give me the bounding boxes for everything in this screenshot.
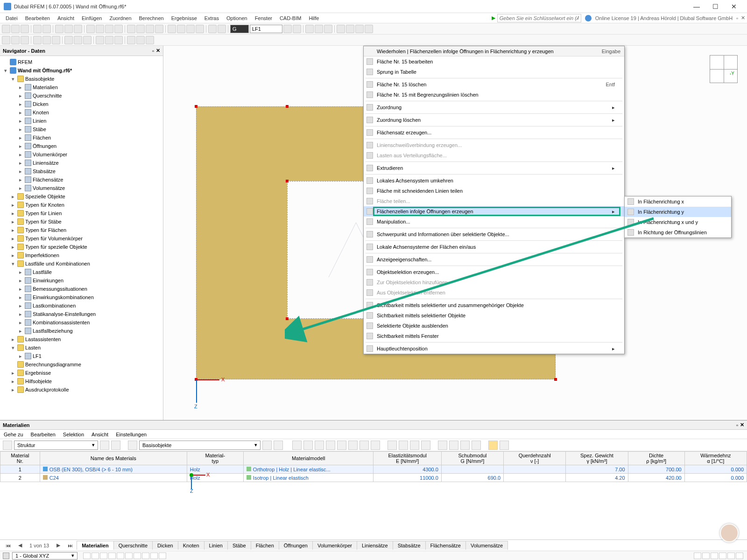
- ctx-sub-item[interactable]: In Richtung der Öffnungslinien: [625, 227, 731, 238]
- sb-r3-icon[interactable]: [711, 553, 718, 559]
- tool-s-icon[interactable]: [346, 25, 354, 33]
- sb-r2-icon[interactable]: [702, 553, 710, 559]
- bp-tab[interactable]: Stabsätze: [393, 541, 426, 550]
- bp-tab[interactable]: Volumenkörper: [312, 541, 357, 550]
- bp-t12-icon[interactable]: [421, 441, 430, 450]
- ctx-item[interactable]: Fläche Nr. 15 bearbeiten: [364, 56, 624, 67]
- tool2-h-icon[interactable]: [74, 36, 82, 44]
- tool2-g-icon[interactable]: [64, 36, 73, 44]
- support-avatar[interactable]: [720, 524, 739, 542]
- tool-print-icon[interactable]: [55, 25, 63, 33]
- bp-tab[interactable]: Flächen: [251, 541, 279, 550]
- ctx-item[interactable]: Schwerpunkt und Informationen über selek…: [364, 229, 624, 239]
- sb-r1-icon[interactable]: [694, 553, 701, 559]
- tree-node[interactable]: ▸Lastkombinationen: [1, 301, 162, 310]
- tool-undo-icon[interactable]: [33, 25, 42, 33]
- tool2-c-icon[interactable]: [21, 36, 29, 44]
- tree-node[interactable]: ▸Hilfsobjekte: [1, 377, 162, 385]
- tool-i-icon[interactable]: [168, 25, 176, 33]
- minimize-button[interactable]: —: [687, 1, 706, 12]
- ctx-item[interactable]: Selektierte Objekte ausblenden: [364, 321, 624, 331]
- ctx-submenu[interactable]: In Flächenrichtung xIn Flächenrichtung y…: [624, 196, 732, 238]
- tree-node[interactable]: ▸Ergebnisse: [1, 369, 162, 377]
- close-button[interactable]: ✕: [725, 1, 743, 12]
- context-menu[interactable]: Wiederholen | Flächenzellen infolge Öffn…: [363, 46, 625, 354]
- tool-new-icon[interactable]: [2, 25, 10, 33]
- bp-t9-icon[interactable]: [388, 441, 397, 450]
- sb-r4-icon[interactable]: [719, 553, 726, 559]
- bp-t10-icon[interactable]: [399, 441, 408, 450]
- ctx-sub-item[interactable]: In Flächenrichtung y: [625, 207, 731, 217]
- sb-t10-icon[interactable]: [159, 553, 166, 559]
- ctx-sub-item[interactable]: In Flächenrichtung x und y: [625, 217, 731, 227]
- node-handle[interactable]: [286, 105, 289, 108]
- bp-prev2-icon[interactable]: [262, 441, 272, 450]
- tree-node[interactable]: ▸Typen für Linien: [1, 209, 162, 217]
- tool-c-icon[interactable]: [105, 25, 113, 33]
- tree-node[interactable]: ▾Lasten: [1, 343, 162, 352]
- tool-j-icon[interactable]: [177, 25, 185, 33]
- tool2-i-icon[interactable]: [83, 36, 92, 44]
- ctx-item[interactable]: Fläche mit schneidenden Linien teilen: [364, 186, 624, 196]
- ctx-item[interactable]: Sichtbarkeit mittels selektierter und zu…: [364, 300, 624, 310]
- tab-last-icon[interactable]: ⏭: [64, 542, 77, 549]
- tree-node[interactable]: ▸Volumenkörper: [1, 150, 162, 159]
- ctx-item[interactable]: Manipulation...: [364, 217, 624, 227]
- tree-node[interactable]: ▸Bemessungssituationen: [1, 285, 162, 293]
- bp-tool-obj-icon[interactable]: [128, 441, 137, 450]
- bp-fx-icon[interactable]: [438, 441, 447, 450]
- tool2-l-icon[interactable]: [114, 36, 123, 44]
- sb-t3-icon[interactable]: [100, 553, 107, 559]
- bp-t6-icon[interactable]: [348, 441, 358, 450]
- menu-einfuegen[interactable]: Einfügen: [78, 14, 106, 22]
- ctx-item[interactable]: Flächensatz erzeugen...: [364, 127, 624, 138]
- tool-open-icon[interactable]: [11, 25, 20, 33]
- tree-node[interactable]: ▸Volumensätze: [1, 184, 162, 192]
- ctx-item[interactable]: Anzeigeeigenschaften...: [364, 254, 624, 265]
- menu-hilfe[interactable]: Hilfe: [305, 14, 323, 22]
- menu-ansicht[interactable]: Ansicht: [54, 14, 78, 22]
- tree-node[interactable]: ▸Kombinationsassistenten: [1, 318, 162, 327]
- tool-k-icon[interactable]: [186, 25, 195, 33]
- tool2-k-icon[interactable]: [105, 36, 113, 44]
- tree-node[interactable]: ▸Typen für spezielle Objekte: [1, 243, 162, 251]
- menu-extras[interactable]: Extras: [201, 14, 223, 22]
- bp-tab[interactable]: Linien: [204, 541, 228, 550]
- tool-redo-icon[interactable]: [42, 25, 51, 33]
- tool2-b-icon[interactable]: [11, 36, 20, 44]
- sb-home-icon[interactable]: [3, 553, 9, 559]
- tree-node[interactable]: ▸Flächen: [1, 133, 162, 142]
- sb-t1-icon[interactable]: [83, 553, 91, 559]
- tree-node[interactable]: RFEM: [1, 58, 162, 66]
- ctx-item[interactable]: Fläche Nr. 15 mit Begrenzungslinien lösc…: [364, 90, 624, 100]
- bp-next-icon[interactable]: [111, 441, 120, 450]
- tree-node[interactable]: ▸Dicken: [1, 100, 162, 108]
- menu-optionen[interactable]: Optionen: [223, 14, 251, 22]
- bp-t13-icon[interactable]: [449, 441, 458, 450]
- panel-close-icon[interactable]: ✕: [740, 422, 744, 428]
- bp-menu-selektion[interactable]: Selektion: [63, 432, 84, 437]
- node-handle[interactable]: [286, 180, 289, 182]
- maximize-button[interactable]: ☐: [706, 1, 725, 12]
- tool-u-icon[interactable]: [365, 25, 373, 33]
- menu-zuordnen[interactable]: Zuordnen: [106, 14, 135, 22]
- tab-next-icon[interactable]: ▶: [53, 541, 64, 549]
- ctx-item[interactable]: Sprung in Tabelle: [364, 67, 624, 77]
- bp-highlight-icon[interactable]: [488, 441, 498, 450]
- node-handle[interactable]: [195, 105, 197, 108]
- tool-a-icon[interactable]: [86, 25, 95, 33]
- view-cube[interactable]: -Y: [710, 55, 738, 83]
- tree-node[interactable]: ▸Typen für Volumenkörper: [1, 234, 162, 243]
- tool-n-icon[interactable]: [218, 25, 226, 33]
- tree-node[interactable]: ▸Lastassistenten: [1, 335, 162, 343]
- tool2-f-icon[interactable]: [52, 36, 60, 44]
- tool-h-icon[interactable]: [155, 25, 163, 33]
- ctx-item[interactable]: Sichtbarkeit mittels Fenster: [364, 331, 624, 341]
- tool-next-icon[interactable]: [293, 25, 301, 33]
- tool-g-icon[interactable]: [146, 25, 154, 33]
- bp-tab[interactable]: Materialien: [77, 541, 113, 550]
- bp-tab[interactable]: Liniensätze: [357, 541, 393, 550]
- ctx-item[interactable]: Zuordnung löschen▸: [364, 115, 624, 125]
- bp-t14-icon[interactable]: [460, 441, 470, 450]
- panel-pin-icon[interactable]: ▫: [736, 422, 738, 428]
